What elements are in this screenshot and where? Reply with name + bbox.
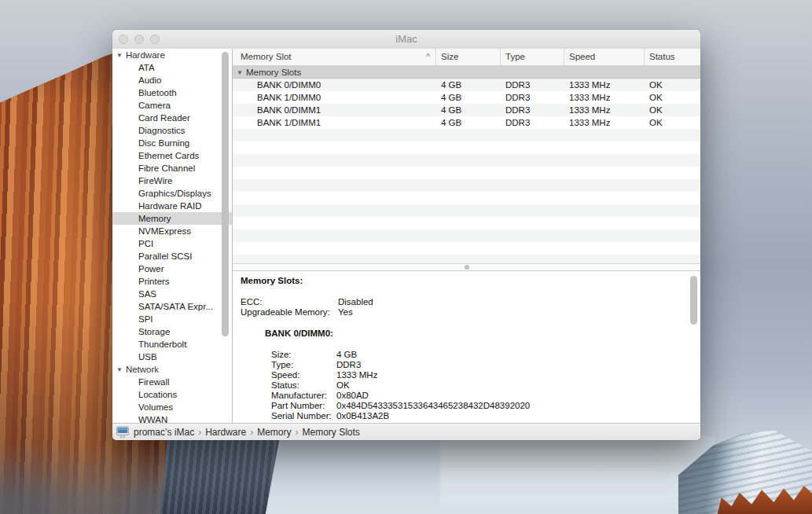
details-scrollbar[interactable] (690, 276, 697, 417)
column-header-status[interactable]: Status (645, 49, 700, 65)
breadcrumb-separator-icon: › (246, 427, 257, 438)
sort-ascending-icon: ^ (426, 49, 430, 65)
sidebar-section-label: Network (126, 365, 159, 374)
table-filler-row (233, 179, 700, 192)
sidebar-item-locations[interactable]: Locations (112, 388, 232, 401)
sidebar-item-ethernet-cards[interactable]: Ethernet Cards (112, 149, 232, 162)
status-bar: promac’s iMac›Hardware›Memory›Memory Slo… (112, 423, 700, 440)
detail-label: ECC: (241, 297, 338, 307)
table-row[interactable]: BANK 1/DIMM04 GBDDR31333 MHzOK (233, 91, 700, 104)
table-filler-row (233, 167, 700, 179)
detail-value: 4 GB (336, 350, 357, 360)
content-pane: Memory Slot^SizeTypeSpeedStatus ▼Memory … (233, 49, 700, 423)
detail-value: 0x80AD (336, 391, 369, 401)
sidebar-item-fibre-channel[interactable]: Fibre Channel (112, 162, 232, 174)
sidebar-item-printers[interactable]: Printers (112, 275, 232, 288)
detail-value: DDR3 (336, 360, 361, 370)
breadcrumb: promac’s iMac›Hardware›Memory›Memory Slo… (134, 427, 360, 438)
table-filler-row (233, 204, 700, 217)
detail-value: Disabled (338, 297, 373, 307)
sidebar-item-ata[interactable]: ATA (112, 61, 232, 74)
sidebar-item-parallel-scsi[interactable]: Parallel SCSI (112, 250, 232, 263)
detail-value: Yes (338, 307, 353, 318)
table-cell-size: 4 GB (436, 104, 501, 116)
sidebar-item-thunderbolt[interactable]: Thunderbolt (112, 338, 232, 351)
breadcrumb-segment: Hardware (205, 427, 246, 438)
sidebar-section-network[interactable]: ▼Network (112, 363, 232, 376)
detail-label: Manufacturer: (271, 391, 336, 401)
sidebar-item-sas[interactable]: SAS (112, 288, 232, 300)
table-filler-row (233, 229, 700, 242)
sidebar-item-usb[interactable]: USB (112, 351, 232, 363)
system-information-window: iMac ▼HardwareATAAudioBluetoothCameraCar… (112, 30, 700, 440)
sidebar-item-bluetooth[interactable]: Bluetooth (112, 86, 232, 99)
disclosure-triangle-icon: ▼ (237, 69, 243, 76)
sidebar-section-hardware[interactable]: ▼Hardware (112, 49, 232, 61)
wallpaper-valley-haze (440, 436, 715, 514)
sidebar-item-disc-burning[interactable]: Disc Burning (112, 137, 232, 149)
sidebar-item-graphics-displays[interactable]: Graphics/Displays (112, 187, 232, 200)
sidebar-item-firewall[interactable]: Firewall (112, 376, 232, 388)
detail-label: Speed: (271, 370, 336, 380)
table-cell-type: DDR3 (501, 116, 564, 129)
column-header-speed[interactable]: Speed (564, 49, 645, 65)
window-titlebar[interactable]: iMac (112, 30, 700, 50)
breadcrumb-separator-icon: › (292, 427, 303, 438)
column-header-memory-slot[interactable]: Memory Slot^ (233, 49, 436, 65)
sidebar-item-nvmexpress[interactable]: NVMExpress (112, 225, 232, 237)
sidebar-item-pci[interactable]: PCI (112, 237, 232, 250)
detail-row: Type:DDR3 (271, 360, 700, 370)
pane-splitter[interactable] (233, 263, 700, 271)
detail-label: Part Number: (271, 401, 336, 411)
detail-value: 0x484D54333531533643465238432D48392020 (336, 401, 530, 411)
sidebar-item-power[interactable]: Power (112, 263, 232, 275)
disclosure-triangle-icon: ▼ (116, 52, 123, 59)
table-row[interactable]: BANK 0/DIMM04 GBDDR31333 MHzOK (233, 79, 700, 91)
detail-row: Serial Number:0x0B413A2B (271, 411, 700, 421)
sidebar-item-spi[interactable]: SPI (112, 313, 232, 325)
sidebar-scrollbar[interactable] (222, 52, 229, 420)
sidebar-item-diagnostics[interactable]: Diagnostics (112, 124, 232, 137)
detail-label: Upgradeable Memory: (241, 307, 338, 318)
table-header: Memory Slot^SizeTypeSpeedStatus (233, 49, 700, 66)
wallpaper-rock-pillar (160, 436, 280, 514)
table-cell-slot: BANK 0/DIMM1 (233, 104, 436, 116)
detail-label: Status: (271, 380, 336, 391)
table-cell-speed: 1333 MHz (564, 91, 645, 104)
sidebar-item-firewire[interactable]: FireWire (112, 174, 232, 187)
sidebar-item-sata-sata-expr[interactable]: SATA/SATA Expr... (112, 300, 232, 313)
table-filler-row (233, 192, 700, 204)
table-group-row[interactable]: ▼Memory Slots (233, 66, 700, 79)
table-row[interactable]: BANK 1/DIMM14 GBDDR31333 MHzOK (233, 116, 700, 129)
sidebar-item-audio[interactable]: Audio (112, 74, 232, 86)
table-cell-speed: 1333 MHz (564, 79, 645, 91)
sidebar-item-storage[interactable]: Storage (112, 325, 232, 338)
breadcrumb-segment: Memory (257, 427, 291, 438)
column-header-size[interactable]: Size (436, 49, 501, 65)
sidebar-item-memory[interactable]: Memory (112, 212, 232, 225)
table-filler-row (233, 154, 700, 167)
breadcrumb-segment: Memory Slots (303, 427, 360, 438)
table-row[interactable]: BANK 0/DIMM14 GBDDR31333 MHzOK (233, 104, 700, 116)
detail-row: Manufacturer:0x80AD (271, 391, 700, 401)
sidebar-item-hardware-raid[interactable]: Hardware RAID (112, 200, 232, 212)
table-cell-status: OK (645, 91, 700, 104)
detail-row: ECC:Disabled (241, 297, 700, 307)
table-filler-row (233, 217, 700, 229)
sidebar-item-card-reader[interactable]: Card Reader (112, 112, 232, 124)
sidebar-item-camera[interactable]: Camera (112, 99, 232, 112)
sidebar-item-wwan[interactable]: WWAN (112, 413, 232, 423)
scrollbar-thumb[interactable] (222, 52, 229, 336)
sidebar-item-volumes[interactable]: Volumes (112, 401, 232, 413)
detail-row: Part Number:0x484D5433353153364346523843… (271, 401, 700, 411)
detail-row: Size:4 GB (271, 350, 700, 360)
splitter-dimple-icon (465, 265, 469, 270)
detail-label: Serial Number: (271, 411, 336, 421)
detail-row: Upgradeable Memory:Yes (241, 307, 700, 318)
table-cell-status: OK (645, 79, 700, 91)
detail-value: OK (336, 380, 350, 391)
table-cell-slot: BANK 1/DIMM0 (233, 91, 436, 104)
table-group-label: Memory Slots (246, 68, 301, 77)
column-header-type[interactable]: Type (501, 49, 564, 65)
scrollbar-thumb[interactable] (690, 276, 697, 325)
